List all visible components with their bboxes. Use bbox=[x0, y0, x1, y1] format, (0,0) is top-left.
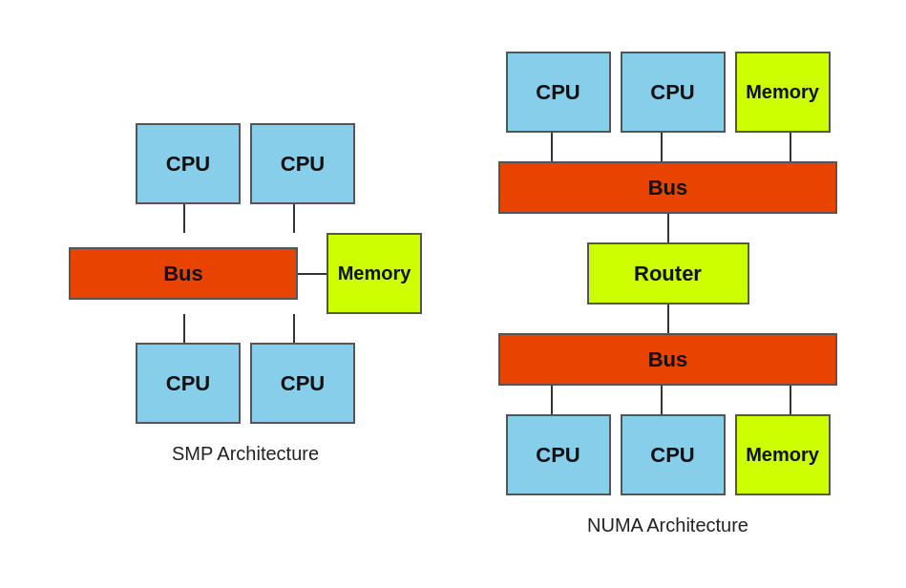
numa-router-bus2-connector bbox=[498, 304, 837, 333]
smp-layout: CPU CPU Bus Memory CPU CPU bbox=[69, 123, 422, 424]
smp-top-cpus: CPU CPU bbox=[136, 123, 355, 204]
smp-diagram: CPU CPU Bus Memory CPU CPU SMP Architect… bbox=[69, 123, 422, 465]
numa-bus-1: Bus bbox=[498, 161, 837, 214]
smp-bus: Bus bbox=[69, 247, 298, 300]
numa-top-v-connector bbox=[498, 133, 837, 161]
smp-label: SMP Architecture bbox=[172, 443, 319, 465]
numa-diagram: CPU CPU Memory Bus Router bbox=[498, 52, 837, 536]
smp-cpu-2: CPU bbox=[250, 123, 355, 204]
numa-cpu-1: CPU bbox=[506, 52, 611, 133]
smp-cpu-1: CPU bbox=[136, 123, 241, 204]
numa-bus-2: Bus bbox=[498, 333, 837, 386]
numa-router: Router bbox=[587, 242, 749, 304]
diagrams-container: CPU CPU Bus Memory CPU CPU SMP Architect… bbox=[0, 32, 906, 556]
smp-bottom-connector bbox=[131, 314, 360, 343]
smp-bus-row: Bus Memory bbox=[69, 233, 422, 314]
numa-cpu-3: CPU bbox=[506, 414, 611, 495]
smp-cpu-4: CPU bbox=[250, 343, 355, 424]
numa-bottom-cpus-mem-row: CPU CPU Memory bbox=[506, 414, 831, 495]
numa-cpu-4: CPU bbox=[621, 414, 726, 495]
numa-top-cpus-mem-row: CPU CPU Memory bbox=[506, 52, 831, 133]
numa-layout: CPU CPU Memory Bus Router bbox=[498, 52, 837, 495]
smp-cpu-3: CPU bbox=[136, 343, 241, 424]
smp-memory: Memory bbox=[327, 233, 422, 314]
numa-bus1-router-connector bbox=[498, 214, 837, 242]
smp-top-connector bbox=[131, 204, 360, 233]
numa-memory-1: Memory bbox=[735, 52, 831, 133]
smp-bus-mem-connector bbox=[298, 273, 327, 275]
numa-memory-2: Memory bbox=[735, 414, 831, 495]
numa-label: NUMA Architecture bbox=[587, 514, 748, 536]
numa-router-row: Router bbox=[498, 242, 837, 304]
smp-bottom-cpus: CPU CPU bbox=[136, 343, 355, 424]
numa-cpu-2: CPU bbox=[621, 52, 726, 133]
numa-bottom-v-connector bbox=[498, 386, 837, 414]
